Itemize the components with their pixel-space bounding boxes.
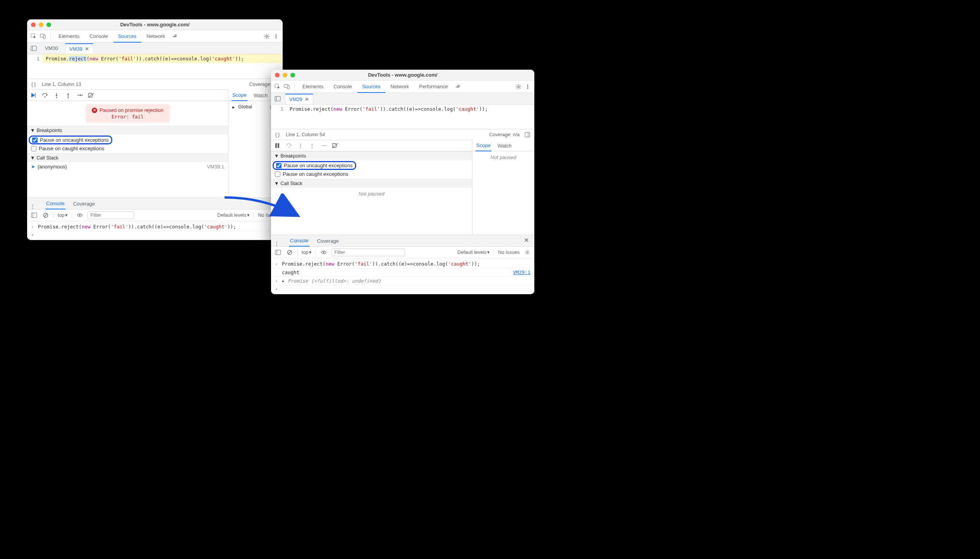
close-window-button[interactable] xyxy=(275,73,280,77)
more-tabs-icon[interactable] xyxy=(170,32,179,41)
step-out-icon xyxy=(308,142,316,149)
file-tab-label: VM29 xyxy=(289,96,302,102)
settings-gear-icon[interactable] xyxy=(263,32,271,41)
deactivate-breakpoints-icon[interactable] xyxy=(331,142,339,149)
console-input-row: › Promise.reject(new Error('fail')).catc… xyxy=(271,260,534,268)
live-expression-icon[interactable] xyxy=(320,249,328,256)
close-file-icon[interactable]: ✕ xyxy=(305,96,309,102)
step-into-icon[interactable] xyxy=(53,91,60,99)
resume-icon[interactable] xyxy=(29,91,37,99)
step-out-icon[interactable] xyxy=(64,91,72,99)
format-code-icon[interactable]: { } xyxy=(30,81,38,88)
callstack-frame[interactable]: ➤ (anonymous) VM39:1 xyxy=(27,162,228,171)
console-filter-input[interactable] xyxy=(331,249,405,256)
callstack-section-header[interactable]: ▼ Call Stack xyxy=(271,179,472,188)
breakpoints-section-header[interactable]: ▼ Breakpoints xyxy=(271,151,472,160)
live-expression-icon[interactable] xyxy=(76,211,84,219)
deactivate-breakpoints-icon[interactable] xyxy=(88,91,95,99)
console-sidebar-toggle-icon[interactable] xyxy=(274,249,282,256)
svg-rect-24 xyxy=(287,86,289,89)
navigator-toggle-icon[interactable] xyxy=(29,44,38,53)
inspect-element-icon[interactable] xyxy=(29,32,38,41)
drawer-close-icon[interactable]: ✕ xyxy=(522,234,531,246)
minimize-window-button[interactable] xyxy=(283,73,287,77)
svg-point-21 xyxy=(79,214,81,216)
more-tabs-icon[interactable] xyxy=(453,82,462,91)
zoom-window-button[interactable] xyxy=(46,22,51,27)
svg-point-36 xyxy=(288,147,290,148)
tab-sources[interactable]: Sources xyxy=(357,81,385,93)
scope-tab[interactable]: Scope xyxy=(232,90,247,101)
coverage-details-icon[interactable] xyxy=(523,131,531,139)
pause-uncaught-checkbox[interactable] xyxy=(32,137,38,143)
drawer-kebab-icon[interactable]: ⋮ xyxy=(274,240,279,246)
pause-uncaught-label: Pause on uncaught exceptions xyxy=(284,163,353,168)
pause-icon[interactable] xyxy=(273,142,281,149)
pause-caught-checkbox[interactable] xyxy=(31,146,36,151)
navigator-toggle-icon[interactable] xyxy=(273,94,282,103)
issues-badge[interactable]: No Issues xyxy=(498,250,520,255)
svg-point-4 xyxy=(276,34,277,35)
watch-tab[interactable]: Watch xyxy=(497,141,512,151)
line-number: 1 xyxy=(27,54,43,63)
step-icon[interactable] xyxy=(76,91,84,99)
clear-console-icon[interactable] xyxy=(42,211,50,219)
console-sidebar-toggle-icon[interactable] xyxy=(30,211,38,219)
code-line: Promise.reject(new Error('fail')).catch(… xyxy=(43,54,283,63)
log-levels-selector[interactable]: Default levels ▾ xyxy=(217,212,250,218)
drawer-kebab-icon[interactable]: ⋮ xyxy=(30,203,35,209)
file-tab-vm30[interactable]: VM30 xyxy=(41,43,62,53)
clear-console-icon[interactable] xyxy=(286,249,293,256)
svg-rect-10 xyxy=(35,93,36,98)
inspect-element-icon[interactable] xyxy=(273,82,282,91)
breakpoints-section-header[interactable]: ▼ Breakpoints xyxy=(27,126,228,135)
kebab-menu-icon[interactable] xyxy=(523,82,532,91)
code-editor[interactable]: 1 Promise.reject(new Error('fail')).catc… xyxy=(27,54,283,63)
scope-not-paused: Not paused xyxy=(472,151,534,163)
console-filter-input[interactable] xyxy=(88,211,134,219)
tab-console[interactable]: Console xyxy=(85,31,113,42)
close-window-button[interactable] xyxy=(31,22,36,27)
pause-uncaught-checkbox[interactable] xyxy=(276,163,281,168)
drawer-tab-console[interactable]: Console xyxy=(45,198,65,209)
device-toolbar-icon[interactable] xyxy=(39,32,47,41)
svg-rect-34 xyxy=(275,143,277,148)
log-levels-selector[interactable]: Default levels ▾ xyxy=(457,249,490,255)
svg-point-26 xyxy=(527,84,529,86)
tab-network[interactable]: Network xyxy=(142,31,170,42)
drawer-tab-coverage[interactable]: Coverage xyxy=(72,199,96,209)
tab-sources[interactable]: Sources xyxy=(113,31,141,43)
svg-rect-2 xyxy=(43,35,45,39)
drawer-tab-console[interactable]: Console xyxy=(289,235,309,247)
tab-elements[interactable]: Elements xyxy=(298,81,328,92)
file-tab-vm29[interactable]: VM29 ✕ xyxy=(285,94,313,104)
console-return-text[interactable]: ▸ Promise {<fulfilled>: undefined} xyxy=(282,278,381,284)
tab-console[interactable]: Console xyxy=(329,81,357,92)
tab-elements[interactable]: Elements xyxy=(54,31,84,42)
scope-tab[interactable]: Scope xyxy=(475,140,491,151)
minimize-window-button[interactable] xyxy=(39,22,43,27)
file-tab-bar: VM29 ✕ xyxy=(271,93,534,105)
pause-caught-checkbox[interactable] xyxy=(275,171,280,177)
format-code-icon[interactable]: { } xyxy=(274,131,282,139)
zoom-window-button[interactable] xyxy=(290,73,295,77)
console-prompt[interactable]: › xyxy=(27,231,283,238)
tab-performance[interactable]: Performance xyxy=(414,81,452,92)
kebab-menu-icon[interactable] xyxy=(272,32,280,41)
callstack-section-header[interactable]: ▼ Call Stack xyxy=(27,153,228,162)
file-tab-vm39[interactable]: VM39 ✕ xyxy=(65,43,93,54)
context-selector[interactable]: top ▾ xyxy=(58,212,68,218)
console-log-location[interactable]: VM29:1 xyxy=(513,269,530,275)
settings-gear-icon[interactable] xyxy=(514,82,523,91)
console-settings-gear-icon[interactable] xyxy=(523,249,531,256)
step-over-icon[interactable] xyxy=(41,91,49,99)
close-file-icon[interactable]: ✕ xyxy=(85,46,89,52)
tab-network[interactable]: Network xyxy=(386,81,414,92)
code-editor[interactable]: 1 Promise.reject(new Error('fail')).catc… xyxy=(271,105,534,113)
pause-uncaught-label: Pause on uncaught exceptions xyxy=(40,137,109,143)
drawer-tab-coverage[interactable]: Coverage xyxy=(316,236,340,246)
watch-tab[interactable]: Watch xyxy=(253,90,268,101)
console-prompt[interactable]: › xyxy=(271,285,534,293)
context-selector[interactable]: top ▾ xyxy=(302,249,312,255)
device-toolbar-icon[interactable] xyxy=(283,82,291,91)
